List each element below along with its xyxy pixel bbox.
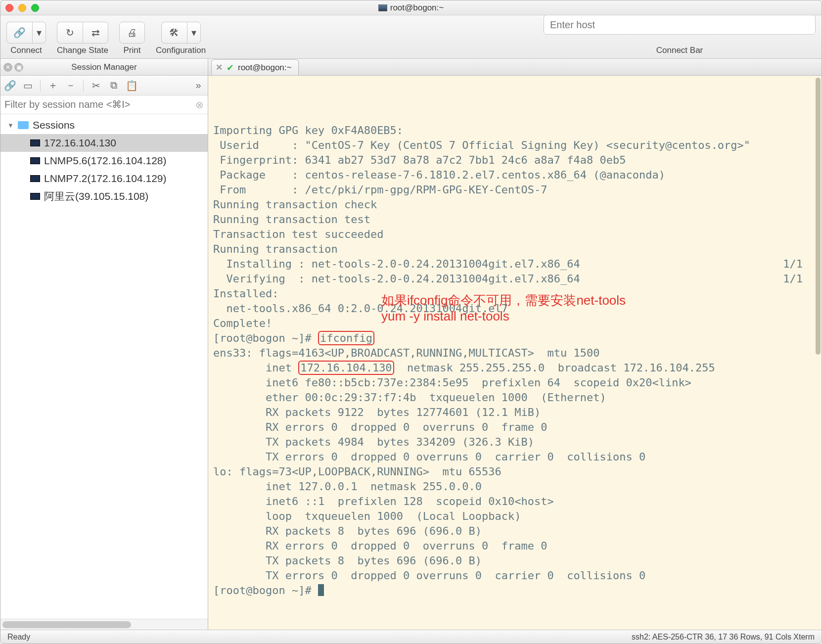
terminal-line: [root@bogon ~]# ifconfig [213, 331, 815, 346]
session-host-item[interactable]: 阿里云(39.105.15.108) [0, 187, 208, 205]
print-label: Print [124, 46, 141, 55]
folder-icon [18, 121, 29, 129]
toolbar-group-configuration: 🛠 ▾ Configuration [156, 22, 206, 55]
host-label: 阿里云(39.105.15.108) [44, 189, 148, 203]
folder-open-icon[interactable]: ▭ [21, 80, 34, 92]
connect-label: Connect [10, 46, 42, 55]
annotation-note: 如果ifconfig命令不可用，需要安装net-toolsyum -y inst… [381, 292, 626, 324]
terminal-line: Running transaction [213, 242, 815, 257]
toolbar: 🔗 ▾ Connect ↻ ⇄ Change State 🖨 Print 🛠 ▾… [0, 15, 822, 59]
host-icon [30, 157, 40, 164]
annotation-line1: 如果ifconfig命令不可用，需要安装net-tools [381, 292, 626, 308]
cut-icon[interactable]: ✂ [90, 80, 102, 92]
terminal-line: Installing : net-tools-2.0-0.24.20131004… [213, 257, 815, 272]
tree-folder-sessions[interactable]: ▼ Sessions [0, 116, 208, 134]
sidebar-scrollbar[interactable] [0, 619, 208, 630]
highlight-ip: 172.16.104.130 [298, 361, 394, 375]
clear-filter-icon[interactable]: ⊗ [195, 99, 204, 111]
toolbar-group-connect: 🔗 ▾ Connect [6, 22, 46, 55]
terminal-line: RX errors 0 dropped 0 overruns 0 frame 0 [213, 539, 815, 553]
configuration-menu-button[interactable]: ▾ [187, 22, 201, 44]
reconnect-button[interactable]: ↻ [57, 22, 83, 44]
terminal-line: Verifying : net-tools-2.0-0.24.20131004g… [213, 272, 815, 286]
connect-menu-button[interactable]: ▾ [32, 22, 46, 44]
copy-icon[interactable]: ⧉ [107, 80, 120, 91]
host-icon [30, 193, 40, 200]
terminal-scrollbar[interactable] [816, 78, 821, 355]
highlight-ifconfig: ifconfig [318, 331, 374, 345]
terminal-line: loop txqueuelen 1000 (Local Loopback) [213, 509, 815, 524]
host-icon [30, 139, 40, 146]
terminal-line: Fingerprint: 6341 ab27 53d7 8a78 a7c2 7b… [213, 153, 815, 168]
disclosure-triangle-icon[interactable]: ▼ [7, 122, 14, 129]
session-host-item[interactable]: LNMP7.2(172.16.104.129) [0, 170, 208, 187]
window-title-text: root@bogon:~ [390, 3, 444, 13]
add-icon[interactable]: ＋ [46, 79, 59, 92]
terminal-line: Transaction test succeeded [213, 227, 815, 242]
terminal-line: lo: flags=73<UP,LOOPBACK,RUNNING> mtu 65… [213, 464, 815, 479]
terminal-line: inet6 fe80::b5cb:737e:2384:5e95 prefixle… [213, 375, 815, 390]
status-bar: Ready ssh2: AES-256-CTR 36, 17 36 Rows, … [0, 630, 822, 644]
tab-close-icon[interactable]: ✕ [216, 62, 223, 73]
maximize-icon[interactable] [31, 4, 39, 12]
terminal-line: inet6 ::1 prefixlen 128 scopeid 0x10<hos… [213, 494, 815, 509]
disconnect-button[interactable]: ⇄ [83, 22, 108, 44]
close-icon[interactable] [5, 4, 13, 12]
cursor [318, 584, 324, 596]
terminal-line: From : /etc/pki/rpm-gpg/RPM-GPG-KEY-Cent… [213, 183, 815, 197]
terminal-line: Importing GPG key 0xF4A80EB5: [213, 123, 815, 138]
annotation-line2: yum -y install net-tools [381, 308, 626, 324]
minimize-icon[interactable] [18, 4, 26, 12]
terminal-line: Package : centos-release-7-6.1810.2.el7.… [213, 168, 815, 183]
terminal-line: inet 172.16.104.130 netmask 255.255.255.… [213, 361, 815, 375]
connect-button[interactable]: 🔗 [6, 22, 32, 44]
main: ✕ ▣ Session Manager 🔗 ▭ ＋ － ✂ ⧉ 📋 » ⊗ ▼ [0, 59, 822, 630]
remove-icon[interactable]: － [64, 79, 77, 92]
configuration-button[interactable]: 🛠 [161, 22, 187, 44]
tab-bar: ✕ ✔ root@bogon:~ [208, 59, 822, 76]
terminal[interactable]: Importing GPG key 0xF4A80EB5: Userid : "… [208, 76, 822, 630]
session-manager-header: ✕ ▣ Session Manager [0, 59, 208, 76]
window-controls [5, 4, 39, 12]
tab-session[interactable]: ✕ ✔ root@bogon:~ [211, 59, 299, 75]
session-filter-row: ⊗ [0, 95, 208, 114]
content-area: ✕ ✔ root@bogon:~ Importing GPG key 0xF4A… [208, 59, 822, 630]
panel-close-icon[interactable]: ✕ [3, 63, 12, 72]
session-tree[interactable]: ▼ Sessions 172.16.104.130LNMP5.6(172.16.… [0, 114, 208, 619]
host-label: LNMP7.2(172.16.104.129) [44, 173, 167, 184]
connect-bar-label: Connect Bar [656, 46, 703, 55]
terminal-line: RX packets 8 bytes 696 (696.0 B) [213, 524, 815, 539]
host-label: LNMP5.6(172.16.104.128) [44, 155, 167, 167]
sidebar: ✕ ▣ Session Manager 🔗 ▭ ＋ － ✂ ⧉ 📋 » ⊗ ▼ [0, 59, 208, 630]
terminal-line: TX errors 0 dropped 0 overruns 0 carrier… [213, 450, 815, 464]
session-manager-toolbar: 🔗 ▭ ＋ － ✂ ⧉ 📋 » [0, 76, 208, 95]
terminal-line: Running transaction check [213, 197, 815, 212]
terminal-line: Running transaction test [213, 212, 815, 227]
terminal-line: ether 00:0c:29:37:f7:4b txqueuelen 1000 … [213, 390, 815, 405]
terminal-line: Userid : "CentOS-7 Key (CentOS 7 Officia… [213, 138, 815, 153]
terminal-icon [378, 4, 387, 11]
tab-title: root@bogon:~ [238, 63, 291, 73]
titlebar: root@bogon:~ [0, 0, 822, 15]
link-icon[interactable]: 🔗 [3, 80, 16, 92]
session-host-item[interactable]: LNMP5.6(172.16.104.128) [0, 152, 208, 170]
terminal-prompt[interactable]: [root@bogon ~]# [213, 583, 815, 598]
terminal-line: RX packets 9122 bytes 12774601 (12.1 MiB… [213, 405, 815, 420]
status-right: ssh2: AES-256-CTR 36, 17 36 Rows, 91 Col… [632, 633, 815, 642]
session-manager-title: Session Manager [71, 62, 137, 72]
session-filter-input[interactable] [4, 99, 195, 110]
more-icon[interactable]: » [192, 80, 205, 91]
toolbar-group-change-state: ↻ ⇄ Change State [57, 22, 108, 55]
terminal-line: ens33: flags=4163<UP,BROADCAST,RUNNING,M… [213, 346, 815, 361]
host-input[interactable] [544, 15, 816, 35]
print-button[interactable]: 🖨 [119, 22, 145, 44]
status-left: Ready [7, 633, 30, 642]
panel-dock-icon[interactable]: ▣ [14, 63, 23, 72]
folder-label: Sessions [33, 119, 75, 131]
session-host-item[interactable]: 172.16.104.130 [0, 134, 208, 152]
terminal-line: TX packets 4984 bytes 334209 (326.3 KiB) [213, 435, 815, 450]
configuration-label: Configuration [156, 46, 206, 55]
paste-icon[interactable]: 📋 [125, 80, 138, 92]
terminal-line: TX errors 0 dropped 0 overruns 0 carrier… [213, 568, 815, 583]
terminal-line: RX errors 0 dropped 0 overruns 0 frame 0 [213, 420, 815, 435]
